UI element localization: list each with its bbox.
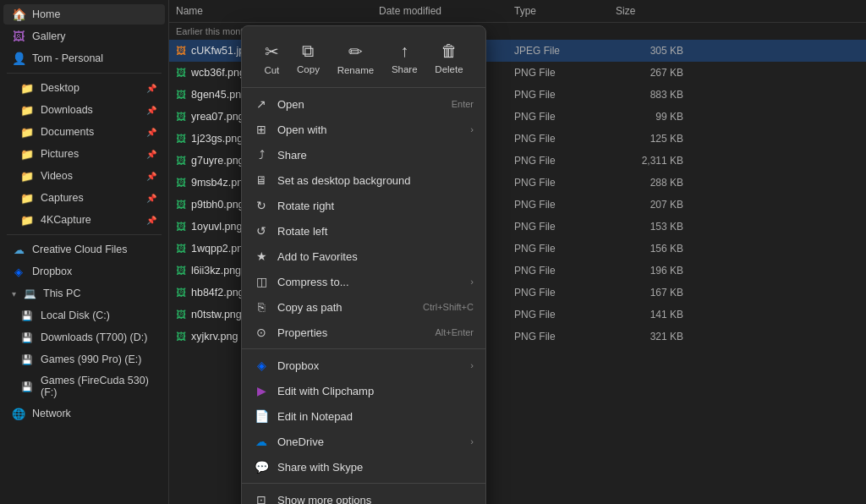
open-with-label: Open with bbox=[277, 123, 462, 136]
share-menu-label: Share bbox=[277, 149, 474, 162]
copy-path-label: Copy as path bbox=[277, 301, 414, 314]
sidebar-item-videos[interactable]: 📁 Videos 📌 bbox=[3, 166, 165, 186]
folder-icon: 📁 bbox=[20, 169, 34, 183]
share-label: Share bbox=[392, 64, 418, 74]
sidebar-item-dropbox[interactable]: ◈ Dropbox bbox=[3, 261, 165, 282]
menu-item-dropbox[interactable]: ◈ Dropbox › bbox=[242, 353, 485, 378]
menu-item-open[interactable]: ↗ Open Enter bbox=[242, 91, 485, 117]
png-file-icon: 🖼 bbox=[176, 155, 186, 167]
sidebar-downloads-label: Downloads bbox=[41, 104, 140, 116]
clipchamp-icon: ▶ bbox=[254, 383, 269, 398]
context-menu-icon-row: ✂ Cut ⧉ Copy ✏ Rename ↑ Share 🗑 Delete bbox=[242, 31, 485, 88]
sidebar-thispc-label: This PC bbox=[43, 288, 156, 299]
sidebar-item-this-pc[interactable]: ▾ 💻 This PC bbox=[3, 283, 165, 304]
file-name-text: n0tstw.png bbox=[191, 309, 242, 320]
menu-item-rotate-right[interactable]: ↻ Rotate right bbox=[242, 193, 485, 218]
sidebar-item-captures[interactable]: 📁 Captures 📌 bbox=[3, 188, 165, 208]
menu-item-properties[interactable]: ⊙ Properties Alt+Enter bbox=[242, 320, 485, 345]
col-header-date[interactable]: Date modified bbox=[372, 3, 507, 19]
sidebar-item-disk-c[interactable]: 💾 Local Disk (C:) bbox=[3, 305, 165, 326]
png-file-icon: 🖼 bbox=[176, 133, 186, 145]
sidebar-item-disk-d[interactable]: 💾 Downloads (T700) (D:) bbox=[3, 327, 165, 348]
pin-icon: 📌 bbox=[146, 172, 156, 181]
context-menu: ✂ Cut ⧉ Copy ✏ Rename ↑ Share 🗑 Delete ↗ bbox=[241, 25, 486, 504]
menu-item-rotate-left[interactable]: ↺ Rotate left bbox=[242, 218, 485, 244]
more-options-label: Show more options bbox=[277, 494, 474, 505]
file-size-cell: 321 KB bbox=[616, 331, 683, 342]
menu-item-add-favorites[interactable]: ★ Add to Favorites bbox=[242, 244, 485, 269]
pin-icon: 📌 bbox=[146, 128, 156, 137]
dropbox-icon: ◈ bbox=[12, 265, 25, 278]
col-header-size[interactable]: Size bbox=[609, 3, 677, 19]
file-type-cell: PNG File bbox=[514, 89, 616, 101]
col-header-name[interactable]: Name bbox=[169, 3, 372, 19]
skype-icon: 💬 bbox=[254, 459, 269, 474]
menu-item-share[interactable]: ⤴ Share bbox=[242, 142, 485, 167]
menu-item-open-with[interactable]: ⊞ Open with › bbox=[242, 117, 485, 142]
sidebar-item-tom[interactable]: 👤 Tom - Personal bbox=[3, 48, 165, 68]
file-name-text: xyjkrv.png bbox=[191, 331, 238, 342]
pin-icon: 📌 bbox=[146, 216, 156, 225]
sidebar-item-documents[interactable]: 📁 Documents 📌 bbox=[3, 122, 165, 142]
sidebar-item-pictures[interactable]: 📁 Pictures 📌 bbox=[3, 144, 165, 164]
menu-item-skype[interactable]: 💬 Share with Skype bbox=[242, 454, 485, 479]
folder-icon: 📁 bbox=[20, 125, 34, 139]
pc-icon: 💻 bbox=[23, 287, 36, 300]
file-name-text: 1j23gs.png bbox=[191, 133, 243, 145]
notepad-label: Edit in Notepad bbox=[277, 410, 474, 423]
file-type-cell: PNG File bbox=[514, 309, 616, 320]
disk-icon: 💾 bbox=[20, 331, 34, 344]
column-headers: Name Date modified Type Size bbox=[169, 0, 866, 23]
menu-item-compress[interactable]: ◫ Compress to... › bbox=[242, 269, 485, 294]
png-file-icon: 🖼 bbox=[176, 67, 186, 79]
delete-button[interactable]: 🗑 Delete bbox=[428, 38, 469, 79]
share-button[interactable]: ↑ Share bbox=[385, 38, 425, 79]
file-name-text: p9tbh0.png bbox=[191, 199, 244, 211]
share-menu-icon: ⤴ bbox=[254, 147, 269, 162]
file-size-cell: 99 KB bbox=[616, 111, 683, 123]
submenu-arrow: › bbox=[470, 436, 474, 446]
dropbox-menu-icon: ◈ bbox=[254, 358, 269, 373]
sidebar-diskd-label: Downloads (T700) (D:) bbox=[41, 331, 156, 343]
cut-button[interactable]: ✂ Cut bbox=[257, 38, 286, 79]
onedrive-label: OneDrive bbox=[277, 436, 462, 448]
sidebar-item-home[interactable]: 🏠 Home bbox=[3, 4, 165, 25]
file-size-cell: 156 KB bbox=[616, 243, 683, 255]
menu-item-set-desktop-bg[interactable]: 🖥 Set as desktop background bbox=[242, 167, 485, 193]
menu-item-clipchamp[interactable]: ▶ Edit with Clipchamp bbox=[242, 378, 485, 403]
col-header-type[interactable]: Type bbox=[507, 3, 609, 19]
disk-icon: 💾 bbox=[20, 380, 34, 393]
rename-button[interactable]: ✏ Rename bbox=[331, 38, 381, 79]
open-label: Open bbox=[277, 98, 443, 111]
sidebar-item-network[interactable]: 🌐 Network bbox=[3, 403, 165, 424]
sidebar-item-disk-e[interactable]: 💾 Games (990 Pro) (E:) bbox=[3, 349, 165, 370]
desktop-bg-label: Set as desktop background bbox=[277, 174, 474, 187]
sidebar-item-disk-f[interactable]: 💾 Games (FireCuda 530) (F:) bbox=[3, 371, 165, 402]
png-file-icon: 🖼 bbox=[176, 89, 186, 101]
sidebar-item-desktop[interactable]: 📁 Desktop 📌 bbox=[3, 78, 165, 98]
menu-item-notepad[interactable]: 📄 Edit in Notepad bbox=[242, 403, 485, 429]
copy-button[interactable]: ⧉ Copy bbox=[290, 38, 326, 79]
expand-icon: ▾ bbox=[12, 289, 16, 299]
file-name-text: wcb36f.png bbox=[191, 67, 245, 79]
menu-item-copy-path[interactable]: ⎘ Copy as path Ctrl+Shift+C bbox=[242, 294, 485, 320]
disk-icon: 💾 bbox=[20, 353, 34, 366]
sidebar-item-4kcapture[interactable]: 📁 4KCapture 📌 bbox=[3, 210, 165, 230]
png-file-icon: 🖼 bbox=[176, 287, 186, 299]
file-size-cell: 883 KB bbox=[616, 89, 683, 101]
sidebar-divider-2 bbox=[7, 234, 162, 235]
menu-item-more-options[interactable]: ⊡ Show more options bbox=[242, 487, 485, 504]
file-name-text: yrea07.png bbox=[191, 111, 244, 123]
disk-icon: 💾 bbox=[20, 309, 34, 322]
sidebar-item-gallery[interactable]: 🖼 Gallery bbox=[3, 26, 165, 47]
sidebar-item-downloads[interactable]: 📁 Downloads 📌 bbox=[3, 100, 165, 120]
png-file-icon: 🖼 bbox=[176, 265, 186, 277]
jpeg-file-icon: 🖼 bbox=[176, 45, 186, 57]
pin-icon: 📌 bbox=[146, 194, 156, 203]
context-menu-divider bbox=[242, 348, 485, 349]
file-type-cell: PNG File bbox=[514, 111, 616, 123]
submenu-arrow: › bbox=[470, 360, 474, 370]
file-size-cell: 288 KB bbox=[616, 177, 683, 189]
sidebar-item-creative-cloud[interactable]: ☁ Creative Cloud Files bbox=[3, 239, 165, 260]
menu-item-onedrive[interactable]: ☁ OneDrive › bbox=[242, 429, 485, 454]
